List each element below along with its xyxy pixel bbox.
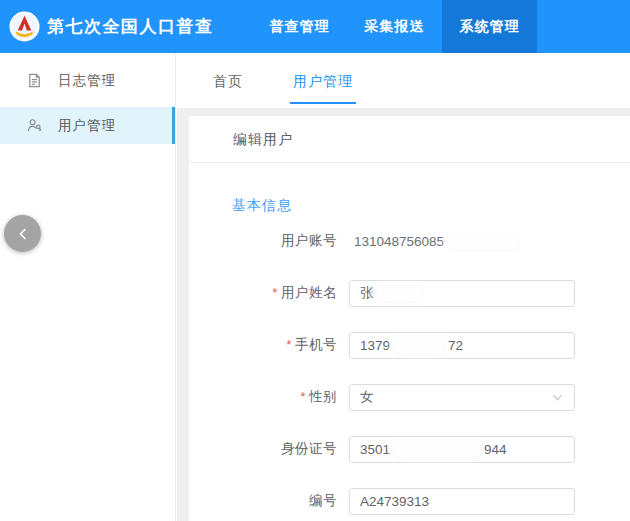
sidebar-collapse-button[interactable] [4, 215, 41, 252]
section-title-basic-info: 基本信息 [232, 197, 630, 215]
redaction-smudge [393, 442, 481, 457]
id-number-control: 3501 944 [349, 436, 575, 463]
phone-value-prefix: 1379 [360, 338, 390, 353]
account-value: 131048756085 [354, 234, 522, 249]
phone-value-suffix: 72 [448, 338, 463, 353]
id-number-label: 身份证号 [189, 440, 337, 458]
phone-label: *手机号 [189, 336, 337, 354]
redaction-smudge [377, 286, 423, 301]
gender-control: 女 [349, 384, 575, 411]
code-label: 编号 [189, 492, 337, 510]
sidebar-item-user-mgmt[interactable]: 用户管理 [0, 107, 175, 144]
panel-title: 编辑用户 [189, 116, 630, 163]
id-value-prefix: 3501 [360, 442, 390, 457]
nav-item-census-mgmt[interactable]: 普查管理 [252, 0, 347, 53]
code-control: A24739313 [349, 488, 575, 515]
app-title: 第七次全国人口普查 [47, 0, 214, 53]
phone-input[interactable]: 1379 72 [349, 332, 575, 359]
tab-user-mgmt[interactable]: 用户管理 [290, 53, 356, 104]
sidebar-item-label: 日志管理 [58, 72, 116, 90]
gender-label-text: 性别 [309, 389, 337, 404]
code-input[interactable]: A24739313 [349, 488, 575, 515]
top-nav: 普查管理 采集报送 系统管理 [252, 0, 537, 53]
edit-user-panel: 编辑用户 基本信息 用户账号 131048756085 *用户姓名 张 [189, 116, 630, 521]
chevron-left-icon [16, 227, 30, 241]
id-number-input[interactable]: 3501 944 [349, 436, 575, 463]
tab-home[interactable]: 首页 [210, 53, 246, 104]
name-input[interactable]: 张 [349, 280, 575, 307]
account-label: 用户账号 [189, 232, 337, 250]
name-label-text: 用户姓名 [281, 285, 337, 300]
tab-bar: 首页 用户管理 [177, 53, 630, 108]
name-value-text: 张 [360, 284, 374, 302]
required-marker: * [300, 389, 306, 404]
required-marker: * [286, 337, 292, 352]
field-row-account: 用户账号 131048756085 [189, 227, 630, 255]
field-row-phone: *手机号 1379 72 [189, 331, 630, 359]
gender-selected-value: 女 [360, 388, 374, 406]
required-marker: * [272, 285, 278, 300]
redaction-smudge [447, 234, 519, 249]
edit-user-form: 用户账号 131048756085 *用户姓名 张 [189, 227, 630, 515]
gender-select[interactable]: 女 [349, 384, 575, 411]
nav-item-system-mgmt[interactable]: 系统管理 [442, 0, 537, 53]
main-content: 首页 用户管理 编辑用户 基本信息 用户账号 131048756085 *用户姓… [177, 53, 630, 521]
name-label: *用户姓名 [189, 284, 337, 302]
phone-control: 1379 72 [349, 332, 575, 359]
sidebar-item-label: 用户管理 [58, 117, 116, 135]
sidebar-item-log-mgmt[interactable]: 日志管理 [0, 62, 175, 99]
app-header: 第七次全国人口普查 普查管理 采集报送 系统管理 [0, 0, 630, 53]
phone-label-text: 手机号 [295, 337, 337, 352]
code-value-text: A24739313 [360, 494, 429, 509]
field-row-name: *用户姓名 张 [189, 279, 630, 307]
chevron-down-icon [551, 391, 564, 404]
id-value-suffix: 944 [484, 442, 507, 457]
field-row-id-number: 身份证号 3501 944 [189, 435, 630, 463]
field-row-code: 编号 A24739313 [189, 487, 630, 515]
name-control: 张 [349, 280, 575, 307]
census-logo-icon [9, 11, 40, 42]
user-icon [26, 117, 43, 134]
sidebar: 日志管理 用户管理 [0, 53, 176, 521]
field-row-gender: *性别 女 [189, 383, 630, 411]
account-value-text: 131048756085 [354, 234, 444, 249]
gender-label: *性别 [189, 388, 337, 406]
nav-item-collect-report[interactable]: 采集报送 [347, 0, 442, 53]
redaction-smudge [393, 338, 445, 353]
log-icon [26, 72, 43, 89]
